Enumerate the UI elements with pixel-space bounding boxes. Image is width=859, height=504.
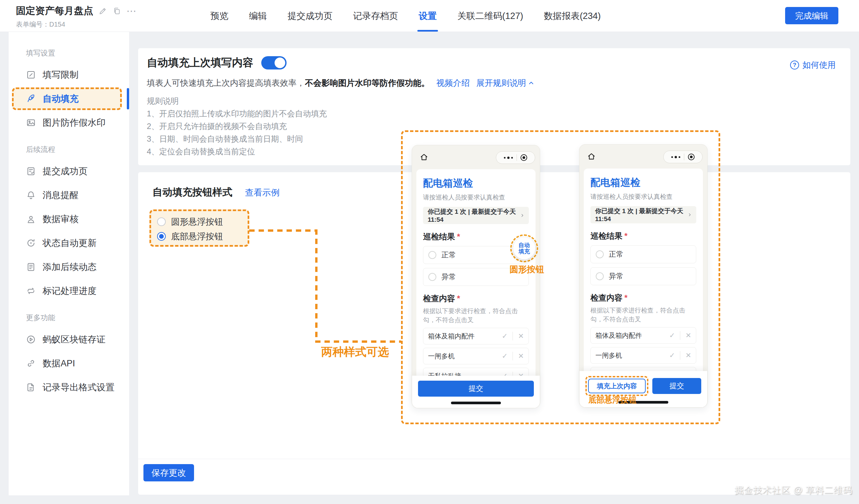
save-changes-button[interactable]: 保存更改 [144, 464, 194, 482]
capsule-divider [516, 154, 517, 161]
how-to-use-link[interactable]: ? 如何使用 [790, 60, 836, 70]
sidebar-item-notifications[interactable]: 消息提醒 [9, 183, 129, 207]
option-bottom-floating[interactable]: 底部悬浮按钮 [157, 229, 247, 244]
sidebar-item-label: 填写限制 [43, 69, 78, 81]
tab-preview[interactable]: 预览 [210, 0, 228, 32]
expand-rules-link[interactable]: 展开规则说明 [476, 77, 534, 89]
copy-icon[interactable] [112, 7, 121, 15]
edit-title-icon[interactable] [99, 7, 107, 15]
connector-line-v [315, 230, 317, 343]
more-actions-icon[interactable]: ⋯ [126, 7, 136, 14]
preview-option-abnormal: 异常 [590, 267, 696, 285]
tab-edit[interactable]: 编辑 [249, 0, 267, 32]
radio-selected[interactable] [157, 232, 166, 241]
sidebar-item-followup-notes[interactable]: 添加后续动态 [9, 255, 129, 279]
radio-icon [428, 251, 436, 259]
rule-item: 2、开启只允许拍摄的视频不会自动填充 [147, 120, 327, 133]
tab-success-page[interactable]: 提交成功页 [288, 0, 332, 32]
form-title: 固定资产每月盘点 [16, 4, 93, 18]
rocket-icon [26, 94, 36, 104]
phone-footer: 提交 [412, 376, 540, 408]
preview-submit-button: 提交 [418, 381, 534, 397]
home-icon [419, 153, 429, 162]
preview-submit-button: 提交 [652, 378, 701, 394]
sidebar-item-data-review[interactable]: 数据审核 [9, 207, 129, 231]
capsule-more-icon [504, 157, 513, 159]
tab-data-reports[interactable]: 数据报表(234) [544, 0, 601, 32]
preview-form-title: 配电箱巡检 [423, 176, 529, 190]
how-to-use-label: 如何使用 [802, 60, 836, 70]
option-label: 底部悬浮按钮 [171, 231, 223, 242]
sidebar-item-label: 状态自动更新 [43, 237, 96, 249]
option-label: 圆形悬浮按钮 [171, 216, 223, 228]
settings-sidebar: 填写设置 填写限制 自动填充 图片防作假水印 后续流程 提交成功页 消息提醒 数… [9, 32, 129, 495]
preview-form-subtitle: 请按巡检人员按要求认真检查 [590, 192, 696, 201]
sidebar-item-autofill[interactable]: 自动填充 [9, 87, 129, 111]
sidebar-item-success-page[interactable]: 提交成功页 [9, 159, 129, 183]
doc-check-icon [26, 166, 36, 176]
submitted-banner-text: 你已提交 1 次 | 最新提交于今天11:54 [428, 207, 520, 223]
tab-settings[interactable]: 设置 [419, 0, 437, 32]
sidebar-item-label: 提交成功页 [43, 165, 88, 177]
sidebar-item-label: 图片防作假水印 [43, 117, 106, 129]
miniprogram-capsule [663, 151, 703, 163]
save-divider [138, 459, 850, 459]
autofill-floating-button: 自动填充 [513, 237, 535, 259]
image-icon [26, 118, 36, 128]
view-example-link[interactable]: 查看示例 [245, 187, 280, 199]
checklist-row: 箱体及箱内配件✓✕ [590, 327, 696, 344]
question1-label: 巡检结果 [423, 232, 455, 241]
finish-edit-button[interactable]: 完成编辑 [785, 7, 838, 24]
sidebar-section-more: 更多功能 [26, 313, 129, 323]
check-icon: ✓ [502, 332, 508, 340]
sidebar-item-progress-mark[interactable]: 标记处理进度 [9, 279, 129, 303]
option-circle-floating[interactable]: 圆形悬浮按钮 [157, 215, 247, 229]
sidebar-item-label: 消息提醒 [43, 189, 78, 201]
capsule-divider [684, 154, 684, 160]
check-icon: ✓ [502, 352, 508, 360]
sidebar-item-data-api[interactable]: 数据API [9, 351, 129, 375]
bell-icon [26, 190, 36, 200]
check-icon: ✓ [669, 331, 675, 340]
page: 固定资产每月盘点 ⋯ 表单编号：D154 预览 编辑 提交成功页 记录存档页 设… [0, 0, 859, 504]
tab-linked-qrcodes[interactable]: 关联二维码(127) [457, 0, 523, 32]
sidebar-item-status-update[interactable]: 状态自动更新 [9, 231, 129, 255]
rules-block: 规则说明 1、开启仅拍照上传或水印功能的图片不会自动填充 2、开启只允许拍摄的视… [147, 95, 327, 158]
preview-fill-last-button: 填充上次内容 [588, 379, 646, 393]
required-mark: * [457, 232, 460, 241]
video-intro-link[interactable]: 视频介绍 [436, 77, 470, 89]
sidebar-item-fill-limit[interactable]: 填写限制 [9, 63, 129, 87]
rule-item: 4、定位会自动替换成当前定位 [147, 145, 327, 158]
tab-archive-page[interactable]: 记录存档页 [353, 0, 398, 32]
sidebar-item-watermark[interactable]: 图片防作假水印 [9, 111, 129, 135]
rule-item: 3、日期、时间会自动替换成当前日期、时间 [147, 133, 327, 145]
sidebar-item-label: 数据API [43, 357, 75, 369]
sidebar-item-export-format[interactable]: 记录导出格式设置 [9, 375, 129, 399]
file-icon [26, 382, 36, 392]
home-icon [587, 152, 596, 161]
preview-form-title: 配电箱巡检 [590, 176, 696, 189]
two-styles-note: 两种样式可选 [321, 344, 389, 360]
style-section-title: 自动填充按钮样式 [152, 186, 232, 199]
question2-label: 检查内容 [590, 293, 622, 302]
capsule-exit-icon [521, 154, 527, 161]
question2-label: 检查内容 [423, 294, 455, 303]
cross-icon: ✕ [518, 332, 524, 340]
link-icon [26, 358, 36, 368]
submitted-banner-text: 你已提交 1 次 | 最新提交于今天11:54 [595, 207, 688, 223]
connector-line-h2 [315, 341, 401, 343]
capsule-exit-icon [688, 154, 695, 160]
active-indicator-bar [127, 88, 129, 109]
cross-icon: ✕ [685, 331, 691, 340]
top-header: 固定资产每月盘点 ⋯ 表单编号：D154 预览 编辑 提交成功页 记录存档页 设… [0, 0, 859, 32]
style-options-annotation: 圆形悬浮按钮 底部悬浮按钮 [149, 209, 249, 247]
sidebar-item-blockchain[interactable]: 蚂蚁区块链存证 [9, 328, 129, 351]
radio-icon [596, 272, 604, 280]
autofill-toggle[interactable] [261, 56, 287, 69]
form-code: 表单编号：D154 [16, 20, 136, 29]
circle-button-note: 圆形按钮 [510, 264, 544, 275]
cross-icon: ✕ [518, 352, 524, 360]
checklist-row: 一闸多机✓✕ [423, 348, 529, 364]
panel-desc-bold: 不会影响图片水印等防作假功能。 [305, 77, 430, 89]
radio-unselected[interactable] [157, 217, 166, 226]
